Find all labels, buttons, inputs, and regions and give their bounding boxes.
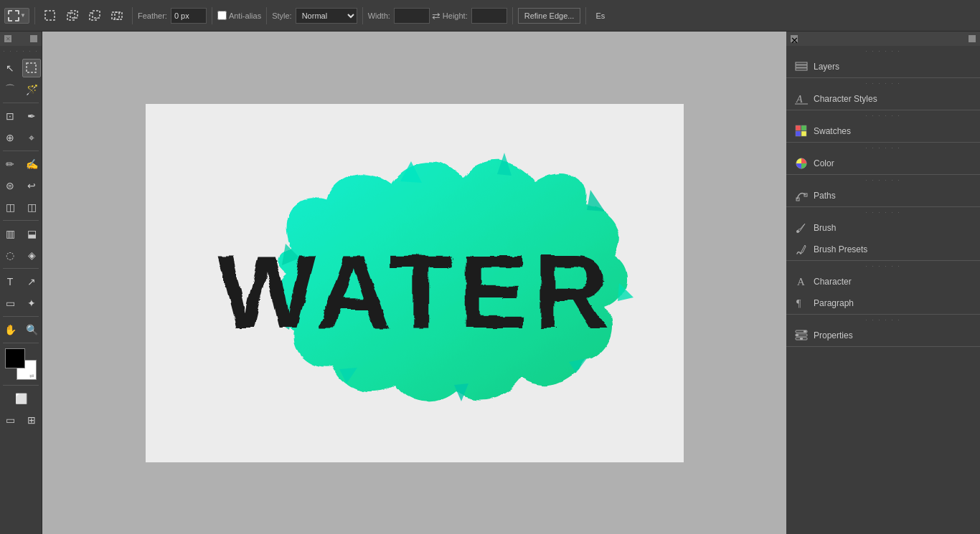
crop-tool-button[interactable]: ⊡	[1, 107, 19, 125]
top-toolbar: ▼ Feather: Anti-alias Style: Normal Fixe	[0, 0, 980, 32]
magic-wand-tool-button[interactable]: 🪄	[22, 80, 41, 99]
artboards-button[interactable]: ⊞	[22, 411, 41, 429]
brush-panel-item[interactable]: Brush	[786, 217, 980, 239]
patch-tool-button[interactable]: ⌖	[22, 128, 41, 147]
svg-rect-0	[45, 11, 55, 20]
swap-dimensions-icon[interactable]: ⇄	[432, 10, 440, 22]
style-select[interactable]: Normal Fixed Ratio Fixed Size	[296, 8, 357, 24]
history-brush-tool-button[interactable]: ↩	[22, 176, 41, 195]
width-input[interactable]	[394, 8, 430, 24]
tool-separator-5	[3, 316, 39, 317]
add-selection-button[interactable]	[62, 7, 83, 24]
toolbar-separator-7	[585, 7, 586, 24]
toolbar-separator-1	[34, 7, 35, 24]
layers-panel-item[interactable]: Layers	[786, 56, 980, 77]
character-panel-item[interactable]: A Character	[786, 271, 980, 292]
anti-alias-checkbox[interactable]	[217, 11, 227, 20]
paths-panel-group: · · · · · · Paths	[786, 175, 980, 207]
tools-row-12: ✋ 🔍	[0, 320, 42, 340]
blur-tool-button[interactable]: ◌	[1, 246, 19, 264]
panels-titlebar: ✕	[786, 32, 980, 46]
tools-row-bottom-2: ▭ ⊞	[0, 410, 42, 430]
intersect-selection-button[interactable]	[107, 7, 127, 24]
panels-close-button[interactable]: ✕	[791, 35, 798, 42]
height-input[interactable]	[471, 8, 507, 24]
canvas-document[interactable]: WATER	[146, 104, 684, 462]
screen-mode-button[interactable]: ▭	[1, 411, 19, 429]
color-swatches: ⇄	[5, 348, 37, 380]
foreground-color-swatch[interactable]	[5, 348, 25, 368]
eyedropper-tool-button[interactable]: ✒	[22, 107, 41, 125]
gradient-tool-button[interactable]: ▥	[1, 224, 19, 243]
new-selection-button[interactable]	[40, 7, 60, 24]
svg-rect-27	[796, 131, 801, 136]
path-selection-tool-button[interactable]: ↗	[22, 272, 41, 291]
style-label: Style:	[272, 11, 292, 20]
intersect-selection-icon	[111, 10, 123, 22]
toolbox-titlebar: ✕	[0, 32, 42, 46]
pencil-tool-button[interactable]: ✍	[22, 155, 41, 173]
type-tool-button[interactable]: T	[1, 272, 19, 291]
toolbox-close-button[interactable]: ✕	[4, 35, 11, 42]
paint-bucket-tool-button[interactable]: ⬓	[22, 224, 41, 243]
healing-tool-button[interactable]: ⊕	[1, 128, 19, 147]
layers-drag-handle: · · · · · ·	[786, 46, 980, 56]
move-tool-button[interactable]: ↖	[1, 59, 19, 77]
tools-row-10: T ↗	[0, 272, 42, 292]
svg-text:A: A	[796, 94, 803, 105]
tool-separator-4	[3, 268, 39, 269]
color-panel-group: · · · · · · Color	[786, 143, 980, 175]
swap-colors-button[interactable]: ⇄	[29, 373, 37, 380]
svg-rect-1	[67, 13, 75, 20]
color-panel-item[interactable]: Color	[786, 153, 980, 174]
svg-rect-4	[93, 11, 100, 18]
feather-label: Feather:	[138, 11, 167, 20]
feather-input[interactable]	[171, 8, 207, 24]
tools-row-8: ▥ ⬓	[0, 224, 42, 244]
paragraph-panel-icon: ¶	[795, 297, 808, 310]
add-selection-icon	[67, 10, 78, 22]
brush-tool-button[interactable]: ✏	[1, 155, 19, 173]
dropdown-arrow-icon: ▼	[20, 12, 26, 19]
paths-panel-item[interactable]: Paths	[786, 185, 980, 206]
bg-eraser-tool-button[interactable]: ◫	[22, 198, 41, 216]
marquee-tool-button[interactable]: ▼	[4, 8, 29, 24]
custom-shape-tool-button[interactable]: ✦	[22, 294, 41, 313]
tool-separator-1	[3, 102, 39, 103]
paragraph-panel-label: Paragraph	[814, 298, 854, 308]
tools-row-1: ↖	[0, 58, 42, 78]
tools-container: ↖ ⌒ 🪄 ⊡ ✒ ⊕ ⌖	[0, 56, 42, 432]
svg-rect-7	[27, 63, 36, 72]
brush-presets-panel-item[interactable]: Brush Presets	[786, 239, 980, 260]
height-label: Height:	[443, 11, 468, 20]
quick-mask-button[interactable]: ⬜	[11, 389, 30, 408]
toolbar-separator-3	[212, 7, 212, 24]
canvas-water-text: WATER	[216, 232, 613, 348]
properties-panel-item[interactable]: Properties	[786, 325, 980, 346]
layers-panel-group: · · · · · · Layers	[786, 46, 980, 78]
sharpen-tool-button[interactable]: ◈	[22, 246, 41, 264]
lasso-tool-button[interactable]: ⌒	[1, 80, 19, 99]
rectangle-tool-button[interactable]: ▭	[1, 294, 19, 313]
tools-row-4: ⊕ ⌖	[0, 128, 42, 148]
zoom-tool-button[interactable]: 🔍	[22, 320, 41, 339]
subtract-selection-button[interactable]	[85, 7, 105, 24]
tool-separator-2	[3, 151, 39, 151]
hand-tool-button[interactable]: ✋	[1, 320, 19, 339]
panels-column: ✕ · · · · · · Layers · · · · · ·	[786, 32, 980, 534]
paragraph-panel-item[interactable]: ¶ Paragraph	[786, 292, 980, 314]
rect-marquee-tool-button[interactable]	[22, 59, 41, 77]
tools-row-9: ◌ ◈	[0, 245, 42, 265]
toolbox-expand-button[interactable]	[30, 35, 37, 42]
svg-rect-6	[115, 12, 122, 19]
panels-expand-button[interactable]	[969, 35, 976, 42]
swatches-panel-item[interactable]: Swatches	[786, 120, 980, 142]
refine-edge-button[interactable]: Refine Edge...	[518, 8, 581, 24]
es-button[interactable]: Es	[591, 9, 609, 23]
clone-stamp-tool-button[interactable]: ⊜	[1, 176, 19, 195]
character-panel-icon: A	[795, 275, 808, 288]
toolbar-separator-4	[266, 7, 267, 24]
character-styles-panel-item[interactable]: A Character Styles	[786, 88, 980, 110]
eraser-tool-button[interactable]: ◫	[1, 198, 19, 216]
svg-rect-20	[796, 62, 807, 65]
